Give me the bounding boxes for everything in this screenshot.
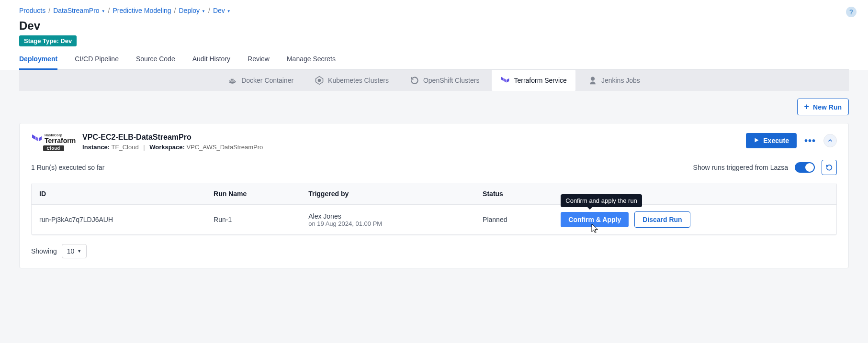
showing-label: Showing bbox=[31, 247, 57, 255]
breadcrumb-sep: / bbox=[174, 7, 176, 14]
play-icon bbox=[754, 137, 759, 144]
col-id: ID bbox=[32, 183, 206, 205]
subtab-k8s[interactable]: Kubernetes Clusters bbox=[306, 70, 397, 91]
instance-value: TF_Cloud bbox=[112, 144, 139, 151]
page-size-select[interactable]: 10 ▼ bbox=[62, 244, 87, 258]
sub-tab-bar: Docker Container Kubernetes Clusters Ope… bbox=[19, 70, 849, 91]
subtab-terraform-label: Terraform Service bbox=[514, 77, 566, 84]
new-run-button[interactable]: + New Run bbox=[797, 99, 849, 115]
svg-point-2 bbox=[591, 77, 595, 81]
hashicorp-label: HashiCorp bbox=[45, 133, 76, 137]
terraform-wordmark: Terraform bbox=[45, 137, 76, 144]
kubernetes-icon bbox=[315, 76, 324, 85]
breadcrumb-products[interactable]: Products bbox=[19, 7, 45, 14]
runs-table: ID Run Name Triggered by Status run-Pj3k… bbox=[31, 183, 837, 235]
col-status: Status bbox=[475, 183, 553, 205]
main-tabs: Deployment CI/CD Pipeline Source Code Au… bbox=[19, 55, 849, 70]
subtab-k8s-label: Kubernetes Clusters bbox=[328, 77, 389, 84]
collapse-button[interactable] bbox=[823, 134, 837, 147]
more-menu-button[interactable]: ••• bbox=[802, 135, 818, 146]
subtab-jenkins[interactable]: Jenkins Jobs bbox=[579, 70, 649, 91]
jenkins-icon bbox=[588, 76, 597, 85]
subtab-jenkins-label: Jenkins Jobs bbox=[601, 77, 640, 84]
terraform-title: VPC-EC2-ELB-DataStreamPro bbox=[82, 133, 263, 142]
workspace-label: Workspace: bbox=[149, 144, 184, 151]
triggered-by-name: Alex Jones bbox=[308, 212, 467, 220]
breadcrumb-dev[interactable]: Dev bbox=[213, 7, 231, 14]
breadcrumb: Products / DataStreamPro / Predictive Mo… bbox=[19, 7, 849, 14]
breadcrumb-sep: / bbox=[48, 7, 50, 14]
breadcrumb-datastream[interactable]: DataStreamPro bbox=[53, 7, 105, 14]
execute-label: Execute bbox=[763, 137, 789, 144]
breadcrumb-sep: / bbox=[208, 7, 210, 14]
chevron-up-icon bbox=[827, 138, 833, 144]
col-triggered-by: Triggered by bbox=[301, 183, 475, 205]
refresh-button[interactable] bbox=[822, 160, 837, 175]
subtab-openshift-label: OpenShift Clusters bbox=[423, 77, 480, 84]
plus-icon: + bbox=[804, 102, 810, 112]
chevron-down-icon: ▼ bbox=[77, 249, 81, 254]
terraform-logo: HashiCorp Terraform Cloud bbox=[31, 133, 76, 151]
subtab-terraform[interactable]: Terraform Service bbox=[492, 70, 575, 91]
tab-source[interactable]: Source Code bbox=[136, 55, 175, 70]
svg-point-1 bbox=[318, 79, 321, 82]
help-icon[interactable]: ? bbox=[846, 7, 857, 17]
confirm-tooltip: Confirm and apply the run bbox=[561, 194, 642, 207]
table-row: run-Pj3kAc7q7LDJ6AUH Run-1 Alex Jones on… bbox=[32, 205, 836, 235]
tab-cicd[interactable]: CI/CD Pipeline bbox=[75, 55, 119, 70]
subtab-docker-label: Docker Container bbox=[241, 77, 293, 84]
runs-executed-label: 1 Run(s) executed so far bbox=[31, 164, 104, 171]
terraform-icon bbox=[500, 76, 510, 85]
cell-status: Planned bbox=[475, 205, 553, 235]
stage-badge: Stage Type: Dev bbox=[19, 35, 77, 46]
cell-run-name: Run-1 bbox=[206, 205, 301, 235]
page-title: Dev bbox=[19, 19, 849, 33]
instance-label: Instance: bbox=[82, 144, 110, 151]
subtab-openshift[interactable]: OpenShift Clusters bbox=[401, 70, 488, 91]
triggered-by-time: on 19 Aug 2024, 01.00 PM bbox=[308, 220, 467, 227]
discard-run-button[interactable]: Discard Run bbox=[634, 211, 690, 228]
breadcrumb-predictive[interactable]: Predictive Modeling bbox=[113, 7, 171, 14]
terraform-meta: Instance: TF_Cloud | Workspace: VPC_AWS_… bbox=[82, 144, 263, 151]
cell-id: run-Pj3kAc7q7LDJ6AUH bbox=[32, 205, 206, 235]
terraform-card: HashiCorp Terraform Cloud VPC-EC2-ELB-Da… bbox=[19, 123, 849, 268]
refresh-icon bbox=[825, 164, 833, 171]
show-runs-toggle[interactable] bbox=[795, 162, 815, 173]
subtab-docker[interactable]: Docker Container bbox=[219, 70, 302, 91]
pager: Showing 10 ▼ bbox=[31, 244, 837, 258]
workspace-value: VPC_AWS_DataStreamPro bbox=[186, 144, 263, 151]
execute-button[interactable]: Execute bbox=[746, 133, 797, 148]
tab-secrets[interactable]: Manage Secrets bbox=[287, 55, 336, 70]
page-size-value: 10 bbox=[67, 247, 75, 255]
cell-triggered-by: Alex Jones on 19 Aug 2024, 01.00 PM bbox=[301, 205, 475, 235]
openshift-icon bbox=[410, 76, 419, 85]
terraform-mark-icon bbox=[31, 133, 43, 144]
show-runs-label: Show runs triggered from Lazsa bbox=[693, 164, 788, 171]
docker-icon bbox=[228, 76, 237, 85]
tab-review[interactable]: Review bbox=[248, 55, 270, 70]
col-run-name: Run Name bbox=[206, 183, 301, 205]
breadcrumb-deploy[interactable]: Deploy bbox=[179, 7, 206, 14]
tab-deployment[interactable]: Deployment bbox=[19, 55, 57, 70]
breadcrumb-sep: / bbox=[108, 7, 110, 14]
tab-audit[interactable]: Audit History bbox=[192, 55, 230, 70]
terraform-cloud-pill: Cloud bbox=[43, 145, 64, 151]
new-run-label: New Run bbox=[813, 103, 842, 111]
confirm-apply-button[interactable]: Confirm & Apply bbox=[561, 212, 629, 227]
